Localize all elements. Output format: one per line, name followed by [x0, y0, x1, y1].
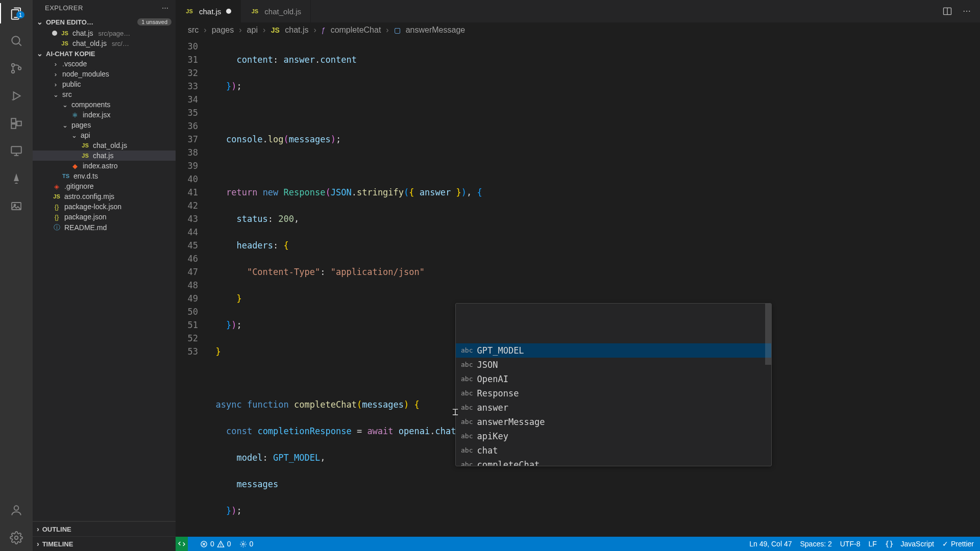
tree-folder[interactable]: ⌄components: [33, 99, 176, 110]
folder-label: .vscode: [62, 60, 87, 68]
dirty-dot-icon: [52, 31, 57, 36]
svg-point-0: [12, 36, 19, 44]
editor-group: JS chat.js JS chat_old.js ⋯ src› pages› …: [176, 0, 980, 551]
minimap[interactable]: [971, 38, 980, 537]
open-editors-section[interactable]: ⌄ OPEN EDITO… 1 unsaved: [33, 16, 176, 28]
tree-file[interactable]: ⚛index.jsx: [33, 110, 176, 120]
explorer-icon[interactable]: 1: [8, 5, 24, 21]
js-file-icon: JS: [185, 8, 194, 14]
status-eol[interactable]: LF: [868, 540, 876, 548]
astro-icon[interactable]: [8, 170, 24, 187]
suggest-label: OpenAI: [477, 372, 508, 386]
tree-file-selected[interactable]: JSchat.js: [33, 151, 176, 161]
breadcrumb-item[interactable]: chat.js: [285, 26, 308, 35]
outline-section[interactable]: ›OUTLINE: [33, 521, 176, 536]
suggest-scrollbar-thumb[interactable]: [765, 304, 771, 365]
status-bar: 0 0 0 Ln 49, Col 47 Spaces: 2 UTF-8 LF {…: [176, 537, 980, 551]
suggest-item[interactable]: abccompleteChat: [456, 458, 771, 466]
outline-label: OUTLINE: [42, 525, 71, 533]
source-control-icon[interactable]: [8, 60, 24, 77]
search-icon[interactable]: [8, 33, 24, 49]
breadcrumb-item[interactable]: pages: [212, 26, 234, 35]
breadcrumb[interactable]: src› pages› api› JS chat.js› ƒ completeC…: [176, 22, 980, 38]
breadcrumb-item[interactable]: completeChat: [331, 26, 381, 35]
text-suggestion-icon: abc: [461, 358, 473, 371]
tree-file[interactable]: JSastro.config.mjs: [33, 191, 176, 202]
status-cursor-position[interactable]: Ln 49, Col 47: [749, 540, 792, 548]
tree-file[interactable]: ⓘREADME.md: [33, 222, 176, 233]
account-icon[interactable]: [8, 502, 24, 518]
svg-point-3: [12, 70, 14, 73]
breadcrumb-item[interactable]: api: [247, 26, 258, 35]
code-editor[interactable]: 3031323334353637383940414243444546474849…: [176, 38, 980, 537]
json-file-icon: {}: [52, 203, 61, 211]
more-actions-icon[interactable]: ⋯: [963, 6, 971, 16]
chevron-down-icon: ⌄: [37, 49, 43, 58]
variable-symbol-icon: ▢: [394, 26, 401, 34]
suggest-item[interactable]: abcapiKey: [456, 429, 771, 443]
suggest-item[interactable]: abcanswerMessage: [456, 415, 771, 429]
extensions-icon[interactable]: [8, 115, 24, 132]
tree-folder[interactable]: ›public: [33, 79, 176, 89]
remote-explorer-icon[interactable]: [8, 143, 24, 159]
suggest-item[interactable]: abcOpenAI: [456, 372, 771, 386]
status-indentation[interactable]: Spaces: 2: [800, 540, 831, 548]
tab-chat-old-js[interactable]: JS chat_old.js: [241, 0, 311, 22]
tab-chat-js[interactable]: JS chat.js: [176, 0, 241, 22]
folder-label: api: [81, 131, 90, 139]
status-language[interactable]: {} JavaScript: [885, 540, 934, 548]
image-preview-icon[interactable]: [8, 198, 24, 214]
tree-file[interactable]: {}package.json: [33, 212, 176, 222]
status-prettier[interactable]: ✓Prettier: [942, 540, 974, 548]
status-encoding[interactable]: UTF-8: [840, 540, 861, 548]
workspace-section[interactable]: ⌄ AI-CHAT KOPIE: [33, 48, 176, 59]
remote-indicator-icon[interactable]: [176, 537, 188, 551]
status-problems[interactable]: 0 0: [200, 540, 231, 548]
status-ports-count: 0: [250, 540, 254, 548]
activity-bar: 1: [0, 0, 33, 551]
js-file-icon: JS: [250, 8, 259, 14]
react-file-icon: ⚛: [70, 111, 80, 119]
timeline-label: TIMELINE: [42, 540, 74, 548]
suggest-item[interactable]: abcResponse: [456, 386, 771, 400]
run-debug-icon[interactable]: [8, 88, 24, 104]
svg-point-22: [242, 543, 244, 545]
sidebar-more-icon[interactable]: ⋯: [162, 4, 169, 12]
timeline-section[interactable]: ›TIMELINE: [33, 536, 176, 551]
suggest-label: answerMessage: [477, 415, 545, 429]
file-label: index.jsx: [83, 111, 110, 119]
chevron-down-icon: ⌄: [61, 101, 68, 109]
tree-file[interactable]: ◈.gitignore: [33, 181, 176, 191]
explorer-badge: 1: [16, 11, 24, 18]
tree-file[interactable]: TSenv.d.ts: [33, 171, 176, 181]
folder-label: node_modules: [62, 70, 109, 78]
suggest-item[interactable]: abcchat: [456, 443, 771, 458]
open-editor-item[interactable]: JS chat.js src/page…: [33, 28, 176, 38]
split-editor-icon[interactable]: [942, 6, 952, 16]
tree-file[interactable]: {}package-lock.json: [33, 202, 176, 212]
status-prettier-label: Prettier: [951, 540, 974, 548]
suggest-item[interactable]: abcGPT_MODEL: [456, 343, 771, 358]
tree-folder[interactable]: ›node_modules: [33, 69, 176, 79]
text-suggestion-icon: abc: [461, 372, 473, 386]
tab-label: chat.js: [199, 7, 221, 16]
breadcrumb-item[interactable]: answerMessage: [406, 26, 465, 35]
intellisense-suggest-widget[interactable]: abcGPT_MODELabcJSONabcOpenAIabcResponsea…: [455, 303, 772, 466]
settings-gear-icon[interactable]: [8, 530, 24, 546]
tree-folder[interactable]: ›.vscode: [33, 59, 176, 69]
tree-folder[interactable]: ⌄api: [33, 130, 176, 140]
suggest-item[interactable]: abcanswer: [456, 400, 771, 415]
code-content[interactable]: content: answer.content }); console.log(…: [205, 38, 971, 537]
status-ports[interactable]: 0: [239, 540, 254, 548]
text-suggestion-icon: abc: [461, 458, 473, 466]
tree-folder[interactable]: ⌄src: [33, 89, 176, 99]
git-file-icon: ◈: [52, 183, 61, 190]
suggest-item[interactable]: abcJSON: [456, 358, 771, 372]
status-language-label: JavaScript: [901, 540, 934, 548]
tree-file[interactable]: ◆index.astro: [33, 161, 176, 171]
tree-folder[interactable]: ⌄pages: [33, 120, 176, 130]
astro-file-icon: ◆: [70, 162, 80, 170]
breadcrumb-item[interactable]: src: [188, 26, 199, 35]
tree-file[interactable]: JSchat_old.js: [33, 140, 176, 151]
open-editor-item[interactable]: JS chat_old.js src/…: [33, 38, 176, 48]
